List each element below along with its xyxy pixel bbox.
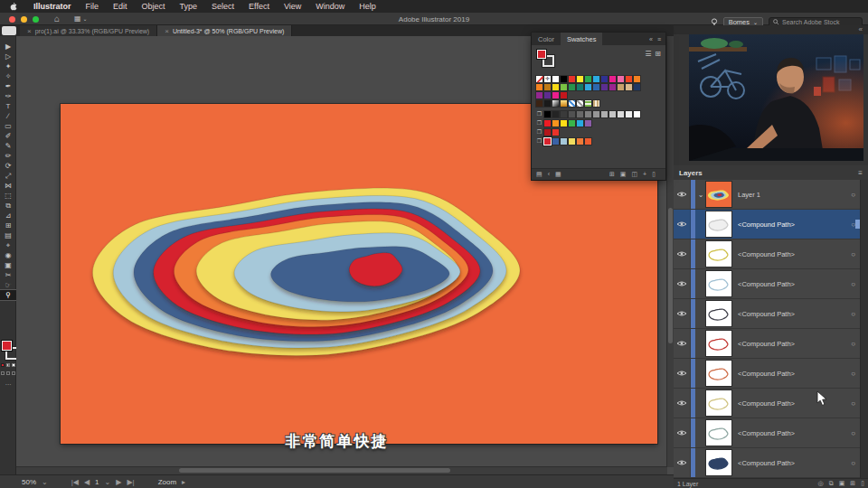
pen-tool[interactable]: ✒	[0, 81, 16, 91]
visibility-eye-icon[interactable]	[674, 239, 691, 268]
close-window-button[interactable]	[9, 16, 15, 23]
swatch[interactable]	[552, 83, 560, 91]
layer-name[interactable]: <Compound Path>	[738, 310, 851, 318]
swatch-group-folder[interactable]: ❒	[535, 110, 543, 118]
panel-footer-icon[interactable]: ▣	[620, 171, 627, 177]
menu-select[interactable]: Select	[204, 0, 241, 13]
swatch[interactable]	[552, 75, 560, 83]
draw-normal-mode[interactable]	[1, 371, 5, 375]
swatch[interactable]	[576, 75, 584, 83]
swatch[interactable]	[576, 137, 584, 145]
pencil-tool[interactable]: ✎	[0, 141, 16, 151]
swatch[interactable]	[617, 83, 625, 91]
swatch-pattern[interactable]	[568, 99, 576, 108]
visibility-eye-icon[interactable]	[674, 180, 691, 209]
fill-proxy[interactable]	[1, 340, 13, 352]
next-artboard-button[interactable]: ▶	[116, 478, 121, 486]
hand-tool[interactable]: ☞	[0, 280, 16, 290]
swatch[interactable]	[560, 83, 568, 91]
swatch[interactable]	[560, 91, 568, 99]
swatch[interactable]	[568, 83, 576, 91]
direct-selection-tool[interactable]: ▷	[0, 52, 16, 61]
menu-type[interactable]: Type	[173, 0, 205, 13]
panel-footer-icon[interactable]: ▦	[555, 171, 561, 177]
target-circle-icon[interactable]: ○	[851, 191, 855, 199]
collapse-panel-icon[interactable]: «	[649, 36, 653, 42]
swatch-group-folder[interactable]: ❒	[535, 137, 543, 145]
panel-footer-icon[interactable]: ⧉	[829, 480, 834, 486]
swatch[interactable]	[584, 75, 592, 83]
close-tab-icon[interactable]: ×	[27, 27, 32, 35]
blend-tool[interactable]: ◉	[0, 250, 16, 260]
swatch[interactable]	[535, 83, 543, 91]
swatch[interactable]	[552, 137, 560, 145]
swatch[interactable]	[600, 83, 609, 91]
swatch-group-folder[interactable]: ❒	[535, 119, 543, 127]
swatch-pattern[interactable]	[592, 99, 600, 108]
layer-thumbnail[interactable]	[706, 182, 731, 207]
swatch[interactable]	[543, 91, 552, 99]
visibility-eye-icon[interactable]	[674, 359, 691, 388]
swatch[interactable]	[633, 75, 641, 83]
menu-effect[interactable]: Effect	[241, 0, 277, 13]
status-readout[interactable]: Zoom	[158, 478, 176, 486]
zoom-level[interactable]: 50%	[22, 478, 36, 486]
swatch[interactable]	[584, 137, 592, 145]
layer-thumbnail[interactable]	[706, 450, 731, 475]
panel-footer-icon[interactable]: ◫	[631, 171, 637, 177]
compound-path-row[interactable]: <Compound Path>○	[674, 389, 861, 418]
first-artboard-button[interactable]: |◀	[71, 478, 79, 486]
type-tool[interactable]: T	[0, 101, 16, 111]
swatch-pattern[interactable]	[584, 99, 592, 108]
expand-chevron-icon[interactable]: ⌄	[695, 191, 706, 199]
swatch[interactable]	[552, 110, 560, 118]
swatch[interactable]	[560, 137, 568, 145]
swatch[interactable]	[568, 75, 576, 83]
free-transform-tool[interactable]: ⬚	[0, 191, 16, 201]
menu-help[interactable]: Help	[352, 0, 383, 13]
magic-wand-tool[interactable]: ✦	[0, 61, 16, 71]
curvature-tool[interactable]: ✑	[0, 91, 16, 101]
compound-path-row[interactable]: <Compound Path>○	[674, 448, 861, 478]
layer-thumbnail[interactable]	[706, 211, 731, 237]
layer-thumbnail[interactable]	[706, 361, 731, 386]
panel-footer-icon[interactable]: ▯	[861, 480, 864, 486]
draw-mode-buttons[interactable]	[1, 371, 15, 375]
visibility-eye-icon[interactable]	[674, 299, 691, 328]
fill-proxy[interactable]	[536, 49, 547, 60]
layer-thumbnail[interactable]	[706, 331, 731, 356]
paintbrush-tool[interactable]: ✐	[0, 131, 16, 141]
swatch[interactable]	[552, 91, 560, 99]
target-circle-icon[interactable]: ○	[851, 459, 855, 467]
menu-edit[interactable]: Edit	[106, 0, 135, 13]
layer-thumbnail[interactable]	[706, 241, 731, 267]
selection-tool[interactable]: ▶	[0, 42, 16, 52]
panel-footer-icon[interactable]: ‹	[548, 171, 550, 177]
swatch[interactable]	[543, 119, 552, 127]
gradient-button[interactable]	[6, 363, 10, 367]
artboard-caret-icon[interactable]: ⌄	[105, 478, 111, 486]
swatch-gradient-bw[interactable]	[552, 99, 560, 108]
status-chevron-icon[interactable]: ▸	[182, 478, 185, 486]
zoom-window-button[interactable]	[33, 16, 39, 23]
layers-panel-header[interactable]: Layers ≡	[674, 165, 868, 181]
compound-path-row[interactable]: <Compound Path>○	[674, 239, 861, 269]
menu-view[interactable]: View	[277, 0, 308, 13]
compound-path-row[interactable]: <Compound Path>○	[674, 210, 861, 239]
panel-footer-icon[interactable]: ▯	[652, 171, 656, 177]
swatch-pattern[interactable]	[576, 99, 584, 108]
tab-color[interactable]: Color	[532, 33, 561, 45]
swatch[interactable]	[633, 110, 641, 118]
swatch[interactable]	[568, 119, 576, 127]
swatch-registration[interactable]: ✛	[543, 75, 552, 83]
panel-menu-icon[interactable]: ≡	[657, 36, 661, 42]
layer-name[interactable]: Layer 1	[738, 191, 851, 199]
compound-path-row[interactable]: <Compound Path>○	[674, 299, 861, 329]
layer-name[interactable]: <Compound Path>	[738, 399, 851, 408]
minimize-window-button[interactable]	[21, 16, 27, 23]
apple-menu-icon[interactable]	[9, 2, 17, 12]
layer-thumbnail[interactable]	[706, 390, 731, 416]
visibility-eye-icon[interactable]	[674, 418, 691, 447]
swatch[interactable]	[560, 110, 568, 118]
visibility-eye-icon[interactable]	[674, 210, 691, 239]
